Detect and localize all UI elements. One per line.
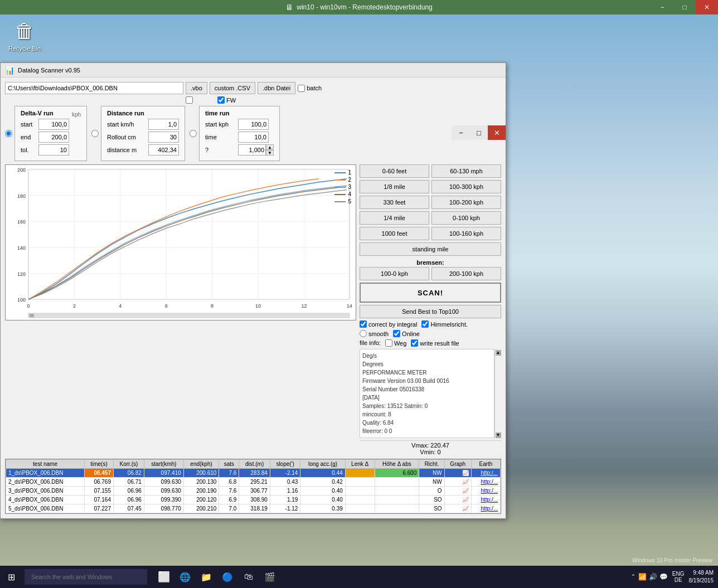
svg-rect-31 — [30, 314, 34, 317]
spinner-down-button[interactable]: ▼ — [266, 150, 274, 155]
app-close-button[interactable]: ✕ — [488, 125, 506, 140]
brake-200-100[interactable]: 200-100 kph — [431, 267, 501, 280]
info-fileerror: fileerror: 0 0 — [362, 427, 492, 435]
col-sats: sats — [219, 460, 239, 469]
scrollbar-down[interactable]: ▼ — [496, 433, 501, 438]
deltav-tol-input[interactable] — [38, 144, 69, 155]
metric-1-4-mile[interactable]: 1/4 mile — [360, 211, 429, 225]
taskbar-right: ⌃ 📶 🔊 💬 ENG DE 9:48 AM 8/19/2015 — [630, 566, 718, 588]
spinner-up-button[interactable]: ▲ — [266, 144, 274, 150]
time-time-input[interactable] — [238, 132, 269, 143]
col-earth: Earth — [471, 460, 500, 469]
col-lenk: Lenk Δ — [345, 460, 375, 469]
taskbar-store[interactable]: 🛍 — [239, 566, 259, 588]
write-result-checkbox[interactable] — [411, 339, 418, 347]
fw-checkbox[interactable] — [217, 96, 225, 104]
dist-start-label: start km/h — [107, 121, 146, 128]
table-row[interactable]: 4_ds\PBOX_006.DBN07.16406.96099.390200.1… — [6, 495, 501, 504]
legend-4: 4 — [348, 191, 351, 197]
deltav-panel: Delta-V run kph start end tol. — [14, 106, 87, 161]
tray-message[interactable]: 💬 — [659, 573, 668, 581]
chart-svg: 200 180 160 140 120 100 0 2 4 6 8 10 12 — [6, 165, 356, 320]
search-input[interactable] — [25, 569, 147, 585]
rdp-minimize-button[interactable]: − — [651, 0, 673, 14]
svg-text:14: 14 — [347, 303, 352, 309]
checkbox-empty[interactable] — [186, 96, 193, 104]
info-quality: Quality: 6.84 — [362, 419, 492, 427]
taskbar-task-view[interactable]: ⬜ — [154, 566, 174, 588]
table-row[interactable]: 5_ds\PBOX_006.DBN07.22707.45098.770200.2… — [6, 504, 501, 513]
standing-mile-button[interactable]: standing mile — [360, 242, 501, 256]
scan-button[interactable]: SCAN! — [360, 283, 501, 303]
taskbar-folder[interactable]: 📁 — [196, 566, 216, 588]
col-long-acc: long acc.(g) — [300, 460, 345, 469]
app-titlebar: 📊 Datalog Scanner v0.95 — [1, 63, 506, 77]
time-spinner-input[interactable] — [238, 144, 266, 155]
batch-label: batch — [307, 85, 322, 91]
scrollbar-up[interactable]: ▲ — [496, 350, 501, 356]
checkboxes-row2: smooth Online — [360, 330, 501, 337]
dist-start-input[interactable] — [148, 119, 179, 130]
dbn-datei-button[interactable]: .dbn Datei — [258, 82, 295, 94]
table-row[interactable]: 3_ds\PBOX_006.DBN07.15506.96099.630200.1… — [6, 487, 501, 495]
brake-100-0[interactable]: 100-0 kph — [360, 267, 429, 280]
himmelsricht-checkbox[interactable] — [421, 320, 429, 328]
vbo-button[interactable]: .vbo — [186, 82, 207, 94]
deltav-start-input[interactable] — [38, 119, 69, 130]
tray-volume[interactable]: 🔊 — [649, 573, 657, 581]
col-time: time(s) — [85, 460, 114, 469]
custom-csv-button[interactable]: custom .CSV — [210, 82, 255, 94]
dist-rollout-input[interactable] — [148, 132, 179, 143]
time-radio[interactable] — [190, 130, 197, 137]
deltav-radio[interactable] — [5, 130, 12, 137]
svg-rect-1 — [28, 169, 350, 299]
distance-radio[interactable] — [91, 130, 99, 137]
info-line1: Deg/s — [362, 352, 492, 360]
start-button[interactable]: ⊞ — [0, 566, 22, 588]
metric-100-300-kph[interactable]: 100-300 kph — [431, 180, 501, 193]
taskbar-ie[interactable]: 🔵 — [217, 566, 237, 588]
rdp-maximize-button[interactable]: □ — [673, 0, 696, 14]
svg-text:200: 200 — [17, 167, 26, 173]
deltav-end-input[interactable] — [38, 132, 69, 143]
recycle-bin[interactable]: 🗑 Recycle Bin — [8, 20, 41, 52]
table-row[interactable]: 1_ds\PBOX_006.DBN06.45706.82097.410200.6… — [6, 469, 501, 478]
weg-checkbox[interactable] — [385, 339, 392, 347]
dist-rollout-label: Rollout cm — [107, 134, 146, 140]
top-controls-row: Delta-V run kph start end tol. — [5, 106, 501, 161]
distance-panel: Distance run start km/h Rollout cm dista… — [101, 106, 185, 161]
batch-checkbox[interactable] — [298, 85, 305, 92]
correct-integral-checkbox[interactable] — [360, 320, 367, 328]
app-maximize-button[interactable]: □ — [470, 125, 488, 140]
file-path-input[interactable] — [5, 82, 183, 94]
taskbar-media[interactable]: 🎬 — [260, 566, 280, 588]
metric-330-feet[interactable]: 330 feet — [360, 196, 429, 209]
metric-100-160-kph[interactable]: 100-160 kph — [431, 227, 501, 240]
svg-text:4: 4 — [119, 303, 122, 309]
send-best-button[interactable]: Send Best to Top100 — [360, 305, 501, 318]
chart-legend: 1 2 3 4 — [334, 169, 351, 206]
smooth-radio[interactable] — [360, 330, 367, 337]
rdp-close-button[interactable]: ✕ — [696, 0, 718, 14]
time-start-input[interactable] — [238, 119, 269, 130]
dist-distance-input[interactable] — [148, 144, 179, 155]
metric-0-100-kph[interactable]: 0-100 kph — [431, 211, 501, 225]
taskbar-clock[interactable]: 9:48 AM 8/19/2015 — [689, 569, 714, 585]
metric-1000-feet[interactable]: 1000 feet — [360, 227, 429, 240]
tray-network[interactable]: 📶 — [638, 573, 647, 581]
metric-1-8-mile[interactable]: 1/8 mile — [360, 180, 429, 193]
metric-100-200-kph[interactable]: 100-200 kph — [431, 196, 501, 209]
app-minimize-button[interactable]: − — [452, 125, 470, 140]
tray-arrow[interactable]: ⌃ — [630, 573, 636, 581]
taskbar-explorer[interactable]: 🌐 — [175, 566, 195, 588]
bremsen-label: bremsen: — [360, 259, 501, 266]
checkboxes-row3: file info: Weg write result file — [360, 339, 501, 347]
legend-2: 2 — [348, 177, 351, 183]
deltav-unit: kph — [72, 111, 81, 118]
metric-0-60-feet[interactable]: 0-60 feet — [360, 164, 429, 178]
table-row[interactable]: 2_ds\PBOX_006.DBN06.76906.71099.630200.1… — [6, 478, 501, 487]
metric-60-130-mph[interactable]: 60-130 mph — [431, 164, 501, 178]
online-checkbox[interactable] — [393, 330, 400, 337]
taskbar-language[interactable]: ENG DE — [672, 571, 685, 583]
correct-integral-label: correct by integral — [368, 321, 417, 328]
